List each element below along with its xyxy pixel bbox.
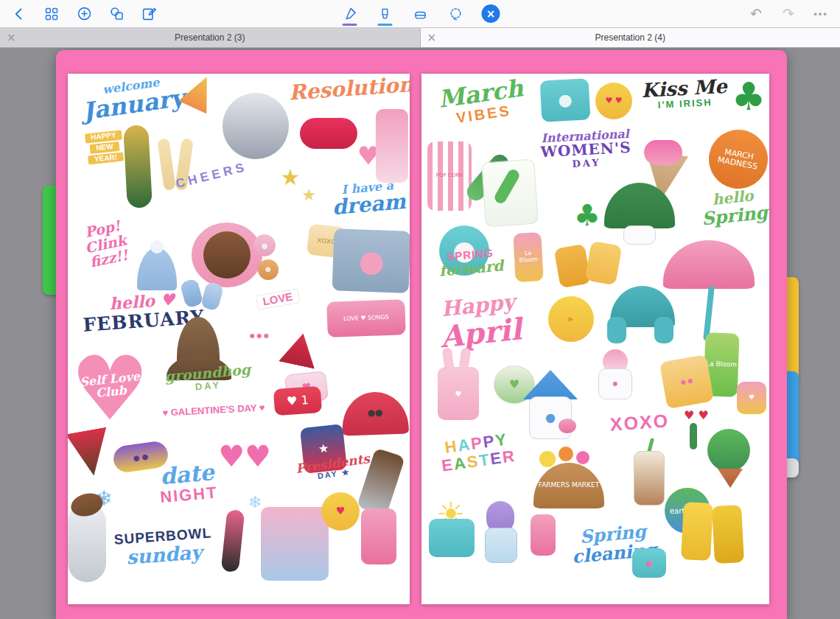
tool-lasso[interactable] [447, 1, 466, 27]
compose-icon [141, 6, 157, 21]
redo-icon: ↷ [783, 7, 794, 21]
sticker-basket-flower-2 [559, 447, 573, 461]
sticker-umbrella-canopy [663, 240, 755, 289]
sticker-pop-clink-fizz: Pop!Clinkfizz!! [68, 214, 144, 273]
sticker-basket-flower-3 [576, 451, 589, 464]
deselect-tool-button[interactable]: × [482, 4, 500, 23]
compose-button[interactable] [139, 3, 159, 25]
sticker-sparkler-2: ★ [298, 184, 320, 206]
thumbnails-button[interactable] [41, 3, 62, 25]
sticker-date-night: dateNIGHT [131, 458, 245, 509]
sticker-red-car: ●● [341, 391, 409, 436]
sticker-la-bloom-can-pink: La Bloom [513, 232, 543, 282]
toolbar-left-group [9, 3, 159, 25]
sticker-basket-flower-1 [539, 451, 556, 467]
sticker-cassette-love-songs: LOVE ♥ SONGS [326, 299, 406, 338]
sticker-froyo-cup: ● [598, 368, 632, 399]
sticker-resolutions: Resolutions [288, 74, 407, 104]
redo-button[interactable]: ↷ [778, 3, 799, 25]
document-tabbar: × Presentation 2 (3) × Presentation 2 (4… [0, 28, 840, 48]
sticker-tree [707, 429, 750, 472]
add-page-button[interactable] [74, 3, 94, 25]
sticker-perfume-bottle [361, 508, 396, 564]
shapes-icon [109, 6, 125, 21]
sticker-cupcake: ♥ [737, 382, 766, 414]
sticker-iced-coffee [634, 451, 665, 506]
highlighter-color-underline [378, 24, 393, 26]
sticker-monstera-pot [623, 225, 656, 245]
planner-page-left[interactable]: welcomeJanuaryResolutions♥HAPPYNEWYEAR!C… [68, 74, 410, 604]
sticker-xoxo: XOXO [602, 410, 677, 436]
sticker-rain-boot-2 [712, 505, 744, 564]
sticker-happy-easter: HAPPYEASTER [424, 427, 531, 477]
fountain-pen-icon [343, 7, 357, 21]
sticker-red-heel [279, 329, 321, 368]
lasso-icon [449, 7, 463, 21]
sticker-beanie-pom [150, 240, 164, 253]
sticker-coffee-cup [203, 231, 251, 279]
sticker-cleaning-bucket: ● [632, 548, 666, 578]
sticker-popcorn: POP CORN [427, 141, 472, 211]
close-tab-icon[interactable]: × [427, 32, 437, 43]
close-x-icon: × [486, 7, 496, 21]
back-chevron-icon [12, 7, 27, 21]
sticker-kiss-me-irish: Kiss MeI'M IRISH [636, 76, 733, 112]
sticker-disco-ball [223, 93, 289, 159]
close-tab-icon[interactable]: × [7, 32, 16, 43]
tab-presentation-2-4[interactable]: × Presentation 2 (4) [421, 28, 840, 47]
thumbnails-grid-icon [44, 7, 59, 21]
sticker-champagne-bottle [123, 125, 153, 209]
sticker-balloon-tassels [376, 109, 408, 183]
toolbar-right-group: ↶ ↷ ••• [746, 3, 831, 25]
planner-cover: welcomeJanuaryResolutions♥HAPPYNEWYEAR!C… [56, 50, 787, 619]
tool-highlighter[interactable] [376, 1, 395, 27]
sticker-donut-2: ● [258, 259, 279, 280]
pen-color-underline [343, 24, 357, 26]
tab-presentation-2-3[interactable]: × Presentation 2 (3) [0, 28, 421, 47]
sticker-farmers-market-basket: FARMERS MARKET [533, 463, 604, 508]
toolbar-tools-group: × [340, 1, 500, 27]
sticker-like-badge: ♥ 1 [273, 386, 322, 416]
sticker-tulip-stems [690, 423, 697, 450]
sticker-lips [300, 118, 357, 149]
toolbar: × ↶ ↷ ••• [0, 0, 840, 28]
shapes-button[interactable] [106, 3, 127, 25]
sticker-lipstick [221, 509, 245, 573]
sticker-march-vibes: MarchVIBES [428, 74, 536, 130]
eraser-icon [413, 7, 428, 21]
sticker-headphone-ear-2 [654, 317, 673, 343]
back-button[interactable] [9, 3, 29, 25]
undo-icon: ↶ [750, 7, 762, 21]
sticker-pocket [429, 519, 475, 557]
sticker-chick: ▸ [548, 296, 594, 342]
sticker-happy-april: HappyApril [430, 290, 531, 354]
sticker-tulips: ♥ ♥ [676, 405, 716, 426]
ellipsis-icon: ••• [813, 8, 828, 19]
canvas-area[interactable]: welcomeJanuaryResolutions♥HAPPYNEWYEAR!C… [0, 48, 840, 619]
sticker-heart-eyes-emoji: ♥ ♥ [595, 83, 632, 119]
sticker-bunny: ♥ [438, 367, 479, 420]
sticker-groundhog-day-text: groundhogDAY [164, 362, 251, 394]
sticker-beer-mug-2 [585, 241, 623, 285]
tab-title: Presentation 2 (4) [595, 32, 665, 43]
sticker-instant-camera: ● [540, 78, 591, 122]
more-options-button[interactable]: ••• [811, 3, 831, 25]
tool-eraser[interactable] [411, 1, 430, 27]
undo-button[interactable]: ↶ [746, 3, 766, 25]
planner-page-right[interactable]: MarchVIBES●♥ ♥Kiss MeI'M IRISH♣POP CORNI… [421, 74, 769, 604]
sticker-mason-jar [485, 528, 517, 563]
sticker-i-have-a-dream: I have adream [329, 178, 408, 220]
sticker-superbowl-sunday: SUPERBOWLsunday [100, 525, 228, 569]
sticker-headphone-ear-1 [607, 317, 626, 343]
sticker-international-womens-day: InternationalWOMEN'SDAY [530, 127, 643, 172]
sticker-perfume-spray [531, 514, 556, 556]
sticker-galentines-day: ♥ GALENTINE'S DAY ♥ [155, 402, 273, 419]
sticker-shamrock-large: ♣ [728, 75, 769, 119]
sticker-shamrock-small: ♣ [570, 197, 604, 233]
tool-fountain-pen[interactable] [340, 1, 360, 27]
sticker-hello-spring: helloSpring [699, 186, 769, 228]
tab-title: Presentation 2 (3) [175, 32, 245, 43]
sticker-record-player: ● [332, 228, 410, 293]
sticker-tree-pot [718, 469, 743, 488]
sticker-welcome-january: welcomeJanuary [71, 74, 194, 126]
